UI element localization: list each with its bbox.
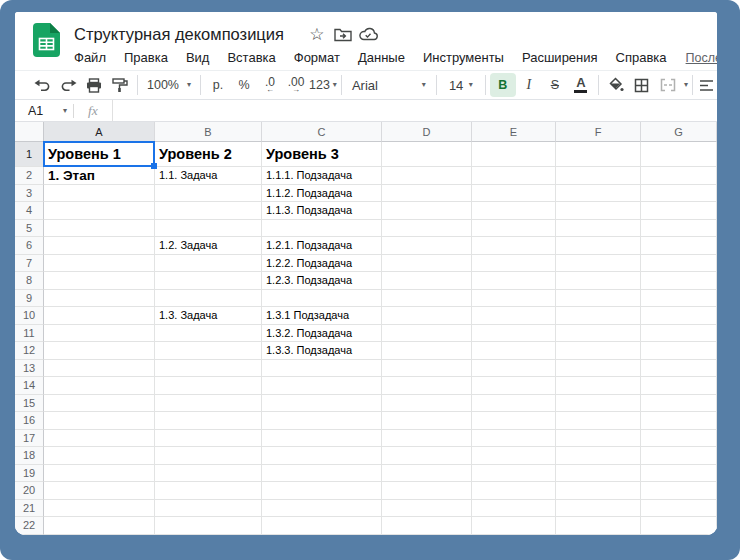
cell-B19[interactable] (155, 465, 262, 483)
cell-A4[interactable] (44, 202, 155, 220)
currency-format-button[interactable]: р. (205, 73, 231, 97)
cell-A18[interactable] (44, 447, 155, 465)
horizontal-align-button[interactable]: ▾ (697, 73, 717, 97)
percent-format-button[interactable]: % (231, 73, 257, 97)
column-header-B[interactable]: B (155, 122, 262, 142)
cell-C4[interactable]: 1.1.3. Подзадача (262, 202, 382, 220)
cell-C14[interactable] (262, 377, 382, 395)
cell-G6[interactable] (641, 237, 717, 255)
menu-format[interactable]: Формат (285, 48, 349, 67)
cell-B16[interactable] (155, 412, 262, 430)
cell-C15[interactable] (262, 395, 382, 413)
fill-color-button[interactable] (603, 73, 629, 97)
cell-F20[interactable] (556, 482, 641, 500)
select-all-corner[interactable] (15, 122, 44, 142)
sheets-logo-icon[interactable] (33, 23, 60, 61)
row-header-16[interactable]: 16 (15, 412, 44, 430)
cell-B2[interactable]: 1.1. Задача (155, 167, 262, 185)
cell-E2[interactable] (472, 167, 556, 185)
row-header-11[interactable]: 11 (15, 325, 44, 343)
cell-A13[interactable] (44, 360, 155, 378)
cell-C1[interactable]: Уровень 3 (262, 142, 382, 167)
cell-B17[interactable] (155, 430, 262, 448)
bold-button[interactable]: B (490, 73, 516, 97)
cell-E10[interactable] (472, 307, 556, 325)
cell-B15[interactable] (155, 395, 262, 413)
font-select[interactable]: Arial ▾ (346, 73, 432, 97)
row-header-10[interactable]: 10 (15, 307, 44, 325)
cell-C18[interactable] (262, 447, 382, 465)
cell-B5[interactable] (155, 220, 262, 238)
italic-button[interactable]: I (516, 73, 542, 97)
cell-A19[interactable] (44, 465, 155, 483)
row-header-18[interactable]: 18 (15, 447, 44, 465)
cell-A1[interactable]: Уровень 1 (44, 142, 155, 167)
cell-A20[interactable] (44, 482, 155, 500)
cell-G9[interactable] (641, 290, 717, 308)
cell-C12[interactable]: 1.3.3. Подзадача (262, 342, 382, 360)
merge-cells-button[interactable] (655, 73, 681, 97)
star-icon[interactable]: ☆ (304, 21, 330, 47)
cell-F6[interactable] (556, 237, 641, 255)
cell-G4[interactable] (641, 202, 717, 220)
cell-B12[interactable] (155, 342, 262, 360)
row-header-2[interactable]: 2 (15, 167, 44, 185)
cell-E15[interactable] (472, 395, 556, 413)
cell-B14[interactable] (155, 377, 262, 395)
chevron-down-icon[interactable]: ▾ (684, 81, 688, 89)
row-header-17[interactable]: 17 (15, 430, 44, 448)
redo-button[interactable] (55, 73, 81, 97)
menu-data[interactable]: Данные (349, 48, 414, 67)
column-header-D[interactable]: D (382, 122, 472, 142)
name-box[interactable]: A1 ▾ (15, 104, 73, 118)
cell-E12[interactable] (472, 342, 556, 360)
row-header-13[interactable]: 13 (15, 360, 44, 378)
cell-G20[interactable] (641, 482, 717, 500)
cell-D10[interactable] (382, 307, 472, 325)
row-header-5[interactable]: 5 (15, 220, 44, 238)
cell-C21[interactable] (262, 500, 382, 518)
cell-E7[interactable] (472, 255, 556, 273)
cell-C5[interactable] (262, 220, 382, 238)
cell-B4[interactable] (155, 202, 262, 220)
zoom-select[interactable]: 100% ▾ (142, 73, 196, 97)
cell-E22[interactable] (472, 517, 556, 535)
cell-C2[interactable]: 1.1.1. Подзадача (262, 167, 382, 185)
cell-F8[interactable] (556, 272, 641, 290)
font-size-select[interactable]: 14 ▾ (441, 73, 481, 97)
cell-E9[interactable] (472, 290, 556, 308)
cell-D11[interactable] (382, 325, 472, 343)
cell-F3[interactable] (556, 185, 641, 203)
cell-F16[interactable] (556, 412, 641, 430)
cell-G10[interactable] (641, 307, 717, 325)
cell-G11[interactable] (641, 325, 717, 343)
cell-B21[interactable] (155, 500, 262, 518)
last-edit-link[interactable]: Последнее изменение (686, 51, 717, 65)
cell-D7[interactable] (382, 255, 472, 273)
row-header-14[interactable]: 14 (15, 377, 44, 395)
cell-F17[interactable] (556, 430, 641, 448)
cell-F14[interactable] (556, 377, 641, 395)
cell-B18[interactable] (155, 447, 262, 465)
column-header-C[interactable]: C (262, 122, 382, 142)
column-header-F[interactable]: F (556, 122, 641, 142)
cell-B10[interactable]: 1.3. Задача (155, 307, 262, 325)
cell-E21[interactable] (472, 500, 556, 518)
cell-G22[interactable] (641, 517, 717, 535)
cell-B20[interactable] (155, 482, 262, 500)
cell-C17[interactable] (262, 430, 382, 448)
row-header-19[interactable]: 19 (15, 465, 44, 483)
cell-F1[interactable] (556, 142, 641, 167)
cell-D15[interactable] (382, 395, 472, 413)
menu-tools[interactable]: Инструменты (414, 48, 513, 67)
row-header-12[interactable]: 12 (15, 342, 44, 360)
cell-E1[interactable] (472, 142, 556, 167)
menu-edit[interactable]: Правка (115, 48, 177, 67)
cell-D21[interactable] (382, 500, 472, 518)
menu-insert[interactable]: Вставка (218, 48, 284, 67)
row-header-22[interactable]: 22 (15, 517, 44, 535)
cell-G3[interactable] (641, 185, 717, 203)
cell-B13[interactable] (155, 360, 262, 378)
cell-G19[interactable] (641, 465, 717, 483)
cell-A5[interactable] (44, 220, 155, 238)
